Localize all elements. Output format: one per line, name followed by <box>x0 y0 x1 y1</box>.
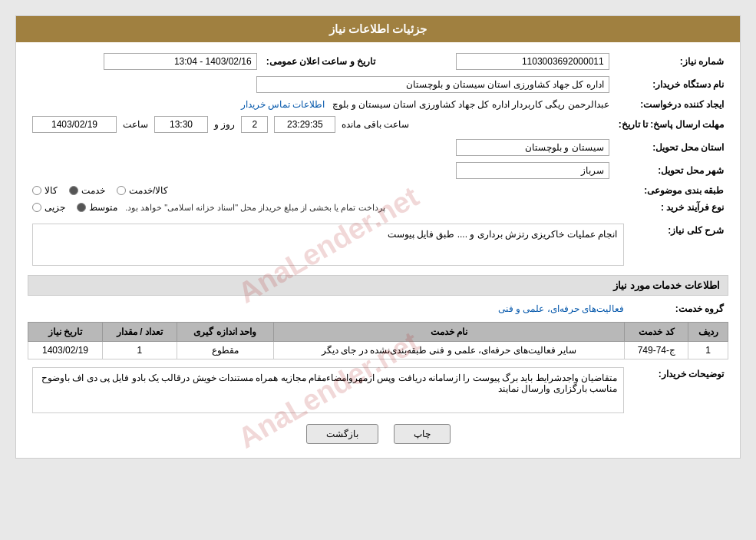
print-button[interactable]: چاپ <box>394 424 451 444</box>
deadline-time: 13:30 <box>154 116 208 133</box>
deadline-remaining: 23:29:35 <box>274 116 335 133</box>
deadline-date: 1403/02/19 <box>32 116 117 133</box>
cell-service-name: سایر فعالیت‌های حرفه‌ای، علمی و فنی طبقه… <box>273 342 625 359</box>
deadline-time-label: ساعت <box>123 119 148 130</box>
radio-jozi[interactable] <box>32 203 41 212</box>
description-label: شرح کلی نیاز: <box>629 220 728 269</box>
description-value: انجام عملیات خاکریزی رتزش برداری و .... … <box>388 229 617 240</box>
process-option-jozi: جزیی <box>45 202 65 213</box>
category-option-khedmat: خدمت <box>81 185 105 196</box>
province-label: استان محل تحویل: <box>614 136 728 159</box>
process-label: نوع فرآیند خرید : <box>614 199 728 216</box>
province-value: سیستان و بلوچستان <box>456 139 609 156</box>
back-button[interactable]: بازگشت <box>306 424 378 444</box>
cell-quantity: 1 <box>103 342 177 359</box>
process-note: پرداخت تمام یا بخشی از مبلغ خریداز محل "… <box>125 203 385 213</box>
deadline-remaining-label: ساعت باقی مانده <box>342 119 409 130</box>
table-row: 1 ج-74-749 سایر فعالیت‌های حرفه‌ای، علمی… <box>28 342 728 359</box>
cell-date: 1403/02/19 <box>28 342 103 359</box>
page-title: جزئیات اطلاعات نیاز <box>16 16 740 42</box>
city-label: شهر محل تحویل: <box>614 159 728 182</box>
category-option-kala: کالا <box>45 185 58 196</box>
contact-link[interactable]: اطلاعات تماس خریدار <box>241 99 325 110</box>
radio-kala[interactable] <box>32 186 41 195</box>
service-group-label: گروه خدمت: <box>629 300 728 317</box>
announce-value: 1403/02/16 - 13:04 <box>104 53 257 70</box>
buyer-org-label: نام دستگاه خریدار: <box>614 73 728 96</box>
creator-label: ایجاد کننده درخواست: <box>614 96 728 113</box>
category-option-kala-khedmat: کالا/خدمت <box>129 185 168 196</box>
col-service-name: نام خدمت <box>273 323 625 342</box>
deadline-days: 2 <box>241 116 268 133</box>
col-quantity: تعداد / مقدار <box>103 323 177 342</box>
buyer-org-value: اداره کل جهاد کشاورزی استان سیستان و بلو… <box>256 76 609 93</box>
deadline-day-label: روز و <box>214 119 235 130</box>
category-label: طبقه بندی موضوعی: <box>614 182 728 199</box>
city-value: سرباز <box>456 162 609 179</box>
services-section-label: اطلاعات خدمات مورد نیاز <box>28 275 728 296</box>
buyer-note-value: متقاضیان واجدشرایط باید برگ پیوست را ازس… <box>41 373 617 394</box>
need-number-value: 1103003692000011 <box>456 53 609 70</box>
cell-row-num: 1 <box>688 342 728 359</box>
col-date: تاریخ نیاز <box>28 323 103 342</box>
cell-service-code: ج-74-749 <box>625 342 688 359</box>
col-service-code: کد خدمت <box>625 323 688 342</box>
radio-kala-khedmat[interactable] <box>117 186 126 195</box>
buyer-note-label: توضیحات خریدار: <box>629 364 728 416</box>
radio-motevaset[interactable] <box>77 203 86 212</box>
radio-khedmat[interactable] <box>69 186 78 195</box>
service-group-value[interactable]: فعالیت‌های حرفه‌ای، علمی و فنی <box>498 303 624 314</box>
creator-value: عبدالرحمن ریگی کاربردار اداره کل جهاد کش… <box>332 99 609 110</box>
announce-label: تاریخ و ساعت اعلان عمومی: <box>262 50 380 73</box>
col-row-num: ردیف <box>688 323 728 342</box>
process-option-motevaset: متوسط <box>89 202 117 213</box>
need-number-label: شماره نیاز: <box>614 50 728 73</box>
col-unit: واحد اندازه گیری <box>177 323 273 342</box>
deadline-label: مهلت ارسال پاسخ: تا تاریخ: <box>614 113 728 136</box>
cell-unit: مقطوع <box>177 342 273 359</box>
